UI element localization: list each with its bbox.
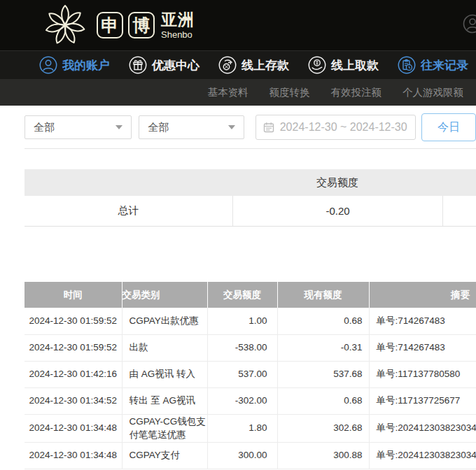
type-select[interactable]: 全部	[139, 115, 244, 139]
table-row: 2024-12-30 01:59:52 CGPAY出款优惠 1.00 0.68 …	[24, 308, 476, 334]
cell-type: 转出 至 AG视讯	[122, 387, 207, 414]
section-divider	[24, 148, 476, 149]
nav-item-my-account[interactable]: 我的账户	[39, 56, 110, 74]
type-select-value: 全部	[148, 121, 169, 134]
cell-summary: 单号:117137725677	[369, 387, 476, 414]
account-sub-nav: 基本资料 额度转换 有效投注额 个人游戏限额	[0, 79, 476, 106]
summary-total-row: 总计 -0.20	[24, 196, 476, 227]
cell-amount: 1.00	[207, 308, 277, 334]
cell-type: 出款	[122, 334, 207, 361]
cell-time: 2024-12-30 01:34:48	[24, 414, 122, 442]
column-header-type: 交易类别	[122, 282, 207, 308]
table-row: 2024-12-30 01:34:48 CGPAY-CG钱包支付笔笔送优惠 1.…	[24, 414, 476, 442]
cell-summary: 单号:714267483	[369, 308, 476, 334]
cell-amount: 1.80	[207, 414, 277, 442]
logo-region-text: 亚洲	[161, 12, 195, 28]
chevron-down-icon	[228, 125, 235, 129]
cell-summary: 单号:2024123038230344	[369, 442, 476, 469]
nav-item-promotions[interactable]: 优惠中心	[129, 56, 200, 74]
nav-item-online-deposit[interactable]: 线上存款	[218, 56, 289, 74]
summary-total-value: -0.20	[232, 196, 442, 226]
cell-amount: 537.00	[207, 361, 277, 387]
subnav-item-valid-bets[interactable]: 有效投注额	[331, 86, 382, 99]
cell-summary: 单号:2024123038230344	[369, 414, 476, 442]
flower-logo-icon	[38, 3, 92, 48]
cell-type: CGPAY支付	[122, 442, 207, 469]
cell-amount: -302.00	[207, 387, 277, 414]
column-header-time: 时间	[24, 282, 122, 308]
filter-toolbar: 全部 全部 2024-12-30 ~ 2024-12-30 今日	[24, 113, 476, 141]
nav-item-label: 线上取款	[331, 57, 379, 73]
table-row: 2024-12-30 01:34:52 转出 至 AG视讯 -302.00 0.…	[24, 387, 476, 414]
site-header: 申 博 亚洲 Shenbo	[0, 0, 476, 50]
cell-time: 2024-12-30 01:59:52	[24, 308, 122, 334]
cell-balance: 0.68	[277, 387, 369, 414]
cell-time: 2024-12-30 01:34:48	[24, 442, 122, 469]
column-header-summary: 摘要	[369, 282, 476, 308]
records-clipboard-clock-icon	[398, 56, 416, 74]
subnav-item-credit-transfer[interactable]: 额度转换	[270, 86, 310, 99]
cell-time: 2024-12-30 01:42:16	[24, 361, 122, 387]
nav-item-label: 往来记录	[421, 57, 468, 73]
nav-item-online-withdrawal[interactable]: 线上取款	[308, 56, 379, 74]
nav-item-label: 优惠中心	[152, 57, 200, 73]
summary-header-row: 交易额度	[24, 169, 476, 196]
calendar-icon	[263, 122, 274, 133]
transactions-table: 时间 交易类别 交易额度 现有额度 摘要 2024-12-30 01:59:52…	[24, 282, 476, 469]
cell-balance: 302.68	[277, 414, 369, 442]
cell-time: 2024-12-30 01:34:52	[24, 387, 122, 414]
cell-balance: 0.68	[277, 308, 369, 334]
cell-time: 2024-12-30 01:59:52	[24, 334, 122, 361]
logo-char-bo: 博	[128, 12, 155, 38]
summary-empty-cell	[442, 196, 476, 226]
cell-balance: 537.68	[277, 361, 369, 387]
user-icon	[39, 56, 57, 74]
cell-summary: 单号:117137780580	[369, 361, 476, 387]
logo-char-shen: 申	[97, 12, 123, 38]
column-header-balance: 现有额度	[277, 282, 369, 308]
summary-table: 交易额度 总计 -0.20	[24, 169, 476, 227]
nav-item-label: 我的账户	[62, 57, 110, 73]
cell-type: CGPAY出款优惠	[122, 308, 207, 334]
subnav-item-personal-game-limit[interactable]: 个人游戏限额	[402, 86, 463, 99]
table-row: 2024-12-30 01:59:52 出款 -538.00 -0.31 单号:…	[24, 334, 476, 361]
table-row: 2024-12-30 01:42:16 由 AG视讯 转入 537.00 537…	[24, 361, 476, 387]
chevron-down-icon	[115, 125, 122, 129]
user-avatar-icon[interactable]	[463, 14, 476, 34]
cell-summary: 单号:714267483	[369, 334, 476, 361]
date-range-input[interactable]: 2024-12-30 ~ 2024-12-30	[255, 115, 416, 140]
category-select-value: 全部	[34, 121, 55, 134]
withdraw-hand-coin-icon	[308, 56, 326, 74]
date-range-value: 2024-12-30 ~ 2024-12-30	[280, 121, 407, 134]
column-header-amount: 交易额度	[207, 282, 277, 308]
subnav-item-basic-info[interactable]: 基本资料	[208, 86, 248, 99]
brand-logo[interactable]: 申 博 亚洲 Shenbo	[38, 3, 195, 48]
cell-type: 由 AG视讯 转入	[122, 361, 207, 387]
table-row: 2024-12-30 01:34:48 CGPAY支付 300.00 300.8…	[24, 442, 476, 469]
cell-type: CGPAY-CG钱包支付笔笔送优惠	[122, 414, 207, 442]
transactions-header-row: 时间 交易类别 交易额度 现有额度 摘要	[24, 282, 476, 308]
cell-amount: 300.00	[207, 442, 277, 469]
today-button[interactable]: 今日	[421, 113, 476, 141]
gift-icon	[129, 56, 147, 74]
nav-item-transaction-records[interactable]: 往来记录	[398, 56, 468, 74]
category-select[interactable]: 全部	[24, 115, 132, 139]
nav-item-label: 线上存款	[241, 57, 289, 73]
cell-amount: -538.00	[207, 334, 277, 361]
cell-balance: 300.88	[277, 442, 369, 469]
logo-subtitle-text: Shenbo	[161, 30, 195, 39]
deposit-hand-coin-icon	[218, 56, 237, 74]
cell-balance: -0.31	[277, 334, 369, 361]
main-nav: 我的账户 优惠中心 线上存款 线上取款	[0, 50, 476, 79]
summary-total-label: 总计	[24, 196, 232, 226]
summary-amount-header: 交易额度	[232, 169, 442, 196]
